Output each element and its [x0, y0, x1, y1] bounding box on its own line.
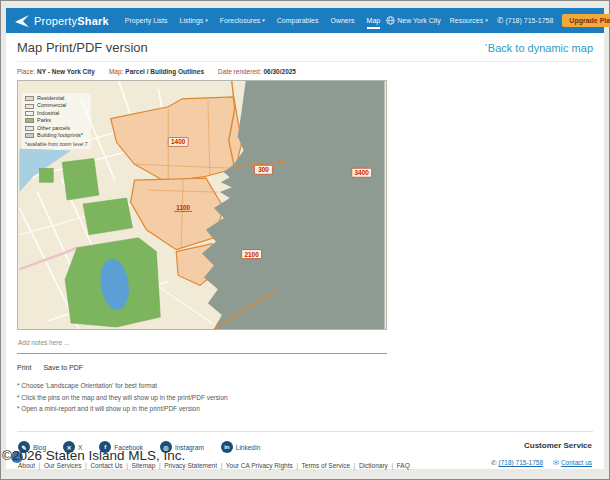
footer-link-faq[interactable]: FAQ: [397, 462, 410, 469]
legend-swatch: [25, 133, 34, 138]
meta-map-type: Map:Parcel / Building Outlines: [109, 68, 204, 75]
block-label: 300: [258, 166, 269, 173]
caret-down-icon: ▾: [485, 18, 488, 23]
footer-link-contact-us[interactable]: Contact Us: [90, 462, 131, 469]
meta-place: Place:NY - New York City: [17, 68, 95, 75]
print-tips: * Choose 'Landscape Orientation' for bes…: [17, 380, 593, 415]
phone-icon: ✆: [497, 16, 504, 25]
customer-service-block: Customer Service ✆(718) 715-1758 ✉Contac…: [491, 441, 592, 469]
nav-owners[interactable]: Owners: [330, 17, 354, 24]
propertyshark-logo[interactable]: PropertyShark: [14, 14, 109, 28]
footer-link-our-services[interactable]: Our Services: [44, 462, 91, 469]
legend-swatch: [25, 126, 34, 131]
content-card: Map Print/PDF version 'Back to dynamic m…: [6, 33, 604, 469]
customer-service-contacts: ✆(718) 715-1758 ✉Contact us: [491, 459, 592, 467]
legend-item-commercial: Commercial: [25, 102, 88, 109]
nav-property-lists[interactable]: Property Lists: [125, 17, 168, 24]
legend-item-other-parcels: Other parcels: [25, 125, 88, 132]
city-selector[interactable]: New York City: [386, 16, 441, 25]
footer-link-privacy-statement[interactable]: Privacy Statement: [164, 462, 226, 469]
legend-footnote: *available from zoom level 7: [25, 141, 88, 148]
tip-line: * Click the pins on the map and they wil…: [17, 392, 593, 404]
footer-contact-link[interactable]: ✉Contact us: [553, 459, 592, 467]
footer-link-sitemap[interactable]: Sitemap: [132, 462, 165, 469]
top-navigation-bar: PropertyShark Property Lists Listings▾ F…: [6, 8, 604, 33]
legend-item-building-footprints: Building footprints*: [25, 132, 88, 139]
page-title: Map Print/PDF version: [17, 40, 148, 55]
shark-plane-icon: [14, 14, 30, 28]
nav-listings[interactable]: Listings▾: [180, 17, 208, 24]
nav-resources[interactable]: Resources▾: [450, 17, 488, 24]
page-window: PropertyShark Property Lists Listings▾ F…: [6, 8, 604, 469]
caret-down-icon: ▾: [262, 18, 265, 23]
tip-line: * Choose 'Landscape Orientation' for bes…: [17, 380, 593, 392]
legend-swatch: [25, 96, 34, 101]
tip-line: * Open a mini-report and it will show up…: [17, 403, 593, 415]
page-header-row: Map Print/PDF version 'Back to dynamic m…: [17, 40, 593, 62]
block-label: 1400: [171, 138, 186, 145]
topnav-right-cluster: New York City Resources▾ ✆(718) 715-1758…: [386, 14, 610, 27]
meta-date-rendered: Date rendered:06/30/2025: [218, 68, 296, 75]
back-to-dynamic-map-link[interactable]: 'Back to dynamic map: [485, 42, 593, 54]
block-label: 3400: [355, 169, 370, 176]
footer-link-dictionary[interactable]: Dictionary: [359, 462, 397, 469]
customer-service-title: Customer Service: [491, 441, 592, 450]
footer-link-about[interactable]: About: [18, 462, 44, 469]
mail-icon: ✉: [553, 459, 559, 466]
upgrade-plan-button[interactable]: Upgrade Plan: [562, 14, 610, 27]
nav-comparables[interactable]: Comparables: [277, 17, 319, 24]
globe-icon: [386, 16, 395, 25]
save-to-pdf-button[interactable]: Save to PDF: [43, 364, 83, 371]
map-preview: 1400 300 3400 1100 2100 Residential Comm…: [17, 80, 387, 330]
phone-icon: ✆: [491, 459, 497, 466]
nav-foreclosures[interactable]: Foreclosures▾: [220, 17, 265, 24]
legend-swatch: [25, 118, 34, 123]
nav-map[interactable]: Map: [367, 17, 381, 29]
copyright-watermark: ©2026 Staten Island MLS, Inc.: [2, 448, 185, 463]
map-legend: Residential Commercial Industrial Parks …: [22, 93, 91, 149]
notes-input[interactable]: Add notes here ...: [17, 337, 387, 354]
legend-item-industrial: Industrial: [25, 110, 88, 117]
legend-swatch: [25, 111, 34, 116]
back-icon: ': [485, 42, 487, 52]
caret-down-icon: ▾: [205, 18, 208, 23]
linkedin-icon: in: [221, 441, 233, 453]
map-meta-row: Place:NY - New York City Map:Parcel / Bu…: [17, 68, 593, 75]
print-actions-row: Print Save to PDF: [17, 364, 593, 371]
social-linkedin-link[interactable]: inLinkedIn: [221, 441, 261, 453]
footer-link-terms[interactable]: Terms of Service: [302, 462, 359, 469]
legend-item-parks: Parks: [25, 117, 88, 124]
footer-links-row: AboutOur ServicesContact UsSitemapPrivac…: [18, 462, 410, 469]
legend-swatch: [25, 104, 34, 109]
legend-item-residential: Residential: [25, 95, 88, 102]
footer-link-ca-privacy[interactable]: Your CA Privacy Rights: [226, 462, 302, 469]
block-label: 2100: [244, 251, 259, 258]
footer-phone-link[interactable]: ✆(718) 715-1758: [491, 459, 543, 467]
print-button[interactable]: Print: [17, 364, 31, 371]
brand-name: PropertyShark: [34, 15, 109, 27]
block-label: 1100: [176, 204, 190, 211]
topnav-phone[interactable]: ✆(718) 715-1758: [497, 16, 554, 25]
